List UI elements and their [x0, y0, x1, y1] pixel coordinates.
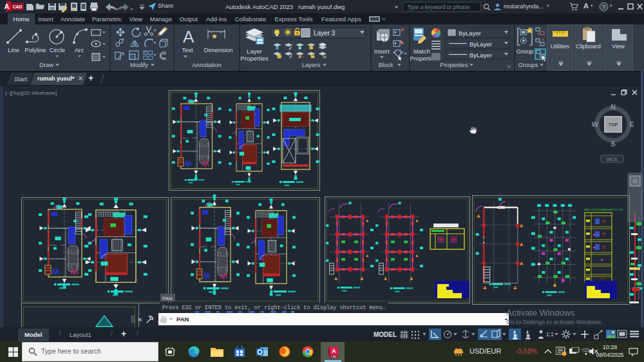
svg-text:Activate Windows: Activate Windows — [506, 308, 575, 318]
svg-text:Circle: Circle — [50, 46, 65, 53]
svg-text:TABEL PENGGUNAAN BESI KOLOM: TABEL PENGGUNAAN BESI KOLOM — [583, 209, 623, 211]
svg-text:Line: Line — [8, 46, 19, 53]
svg-text:W: W — [592, 120, 599, 128]
svg-text:TOP: TOP — [609, 122, 618, 127]
svg-text:Layer 3: Layer 3 — [314, 30, 336, 37]
svg-text:WCS: WCS — [607, 157, 618, 162]
svg-text:Draw: Draw — [39, 61, 53, 68]
svg-text:Go to Settings to activate Win: Go to Settings to activate Windows. — [506, 318, 603, 325]
svg-text:ByLayer: ByLayer — [459, 30, 481, 37]
svg-text:ByLayer: ByLayer — [469, 41, 492, 48]
svg-text:A: A — [5, 3, 10, 10]
svg-text:PAN: PAN — [176, 316, 189, 323]
svg-text:?: ? — [602, 4, 605, 10]
svg-text:Groups: Groups — [518, 61, 538, 68]
svg-text:✓: ✓ — [278, 55, 281, 58]
svg-text:Group: Group — [516, 48, 533, 55]
svg-text:A: A — [183, 27, 194, 46]
svg-text:Press ESC or ENTER to exit, or: Press ESC or ENTER to exit, or right-cli… — [162, 305, 386, 311]
svg-text:CAD: CAD — [331, 355, 337, 358]
svg-text:Text: Text — [182, 46, 193, 53]
svg-text:Dimension: Dimension — [204, 46, 233, 53]
svg-text:E: E — [629, 120, 634, 128]
svg-text:✕: ✕ — [137, 316, 142, 323]
svg-text:Arc: Arc — [75, 46, 84, 53]
svg-text:1:1: 1:1 — [546, 331, 554, 338]
svg-text:Layers: Layers — [302, 61, 321, 68]
svg-text:Block: Block — [378, 61, 393, 68]
svg-text:N: N — [611, 103, 616, 111]
svg-text:[−][Top][2D Wireframe]: [−][Top][2D Wireframe] — [5, 90, 57, 96]
svg-text:ByLayer: ByLayer — [469, 52, 492, 59]
svg-text:A: A — [332, 348, 336, 354]
svg-text:Annotation: Annotation — [192, 61, 221, 68]
svg-text:Polyline: Polyline — [24, 46, 46, 53]
svg-text:Insert: Insert — [374, 48, 390, 55]
svg-text:Modify: Modify — [130, 61, 148, 68]
svg-text:Match: Match — [413, 48, 430, 55]
svg-text:Properties: Properties — [240, 55, 269, 62]
svg-text:PAN: PAN — [162, 296, 173, 301]
svg-text:CAD: CAD — [12, 5, 22, 9]
svg-text:MODEL: MODEL — [374, 331, 397, 338]
svg-text:Layer: Layer — [247, 48, 262, 55]
svg-text:Properties: Properties — [440, 61, 468, 68]
svg-text:S: S — [611, 140, 615, 148]
